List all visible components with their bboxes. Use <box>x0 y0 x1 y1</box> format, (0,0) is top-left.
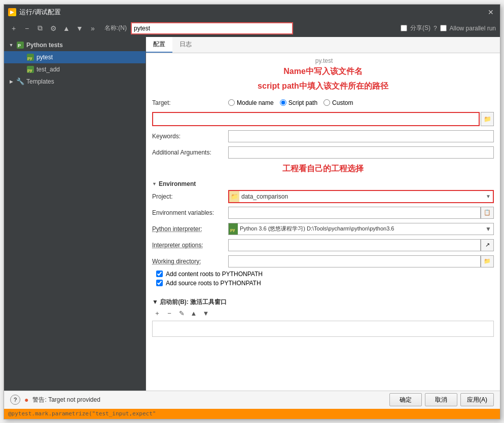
radio-custom[interactable]: Custom <box>323 99 353 106</box>
additional-args-row: Additional Arguments: <box>152 145 494 160</box>
keywords-input[interactable] <box>228 130 494 142</box>
project-folder-icon: 📁 <box>229 191 239 202</box>
share-help-icon[interactable]: ? <box>434 25 437 32</box>
radio-module-name[interactable]: Module name <box>228 99 274 106</box>
tab-log[interactable]: 日志 <box>172 37 199 53</box>
launch-edit-button[interactable]: ✎ <box>176 309 187 319</box>
working-dir-browse-button[interactable]: 📁 <box>481 255 494 267</box>
python-tests-icon: P <box>16 41 24 49</box>
project-label: Project: <box>152 193 228 200</box>
move-down-button[interactable]: ▼ <box>74 23 85 34</box>
expand-arrow-pytest <box>18 54 24 60</box>
expand-arrow-test-add <box>18 66 24 72</box>
right-panel: 配置 日志 py.test Name中写入该文件名 script path中填入… <box>146 37 500 391</box>
copy-config-button[interactable]: ⧉ <box>34 23 46 34</box>
warning-text: 警告: Target not provided <box>32 396 100 404</box>
add-source-roots-row: Add source roots to PYTHONPATH <box>156 280 494 287</box>
launch-textarea[interactable] <box>152 321 494 337</box>
share-checkbox[interactable] <box>401 25 407 31</box>
script-path-input[interactable] <box>152 112 480 126</box>
launch-down-button[interactable]: ▼ <box>201 309 211 319</box>
test-add-label: test_add <box>37 66 60 73</box>
sidebar-item-pytest[interactable]: py pytest <box>4 51 146 63</box>
confirm-button[interactable]: 确定 <box>389 393 422 406</box>
config-area: py.test Name中写入该文件名 script path中填入该文件所在的… <box>146 53 500 391</box>
working-dir-row: Working directory: 📁 <box>152 254 494 268</box>
sidebar: ▼ P Python tests <box>4 37 146 391</box>
toolbar: + − ⧉ ⚙ ▲ ▼ » 名称:(N) 分享(S) ? Allow paral… <box>4 20 500 37</box>
bottom-bar: ? ● 警告: Target not provided 确定 取消 应用(A) <box>4 391 500 409</box>
expand-arrow-python-tests: ▼ <box>8 42 14 48</box>
env-vars-label: Environment variables: <box>152 209 228 216</box>
sidebar-item-test-add[interactable]: py test_add <box>4 63 146 75</box>
working-dir-input[interactable] <box>228 255 481 267</box>
share-label: 分享(S) <box>410 24 430 32</box>
environment-label: Environment <box>159 180 196 187</box>
env-vars-browse-button[interactable]: 📋 <box>481 207 494 219</box>
svg-text:py: py <box>27 56 32 60</box>
additional-args-input[interactable] <box>228 146 494 159</box>
interpreter-dropdown[interactable]: py Python 3.6 (悠悠课程学习) D:\Tools\pycharm\… <box>228 223 494 235</box>
settings-button[interactable]: ⚙ <box>48 23 59 34</box>
add-source-roots-checkbox[interactable] <box>156 280 163 286</box>
close-button[interactable]: ✕ <box>486 7 496 17</box>
before-launch-header: ▼ 启动前(B): 激活工具窗口 <box>152 298 494 306</box>
radio-custom-input[interactable] <box>323 99 330 106</box>
cancel-button[interactable]: 取消 <box>425 393 457 406</box>
project-dropdown[interactable]: 📁 data_comparison ▼ <box>228 190 494 203</box>
parallel-checkbox[interactable] <box>440 25 447 31</box>
name-input[interactable] <box>131 22 293 34</box>
interpreter-value: Python 3.6 (悠悠课程学习) D:\Tools\pycharm\pyt… <box>238 225 396 233</box>
python-interp-label: Python interpreter: <box>152 225 228 233</box>
before-launch-section: ▼ 启动前(B): 激活工具窗口 + − ✎ ▲ ▼ <box>152 294 494 338</box>
python-tests-label: Python tests <box>26 42 63 49</box>
radio-script-input[interactable] <box>280 99 286 106</box>
browse-button[interactable]: 📁 <box>481 112 494 126</box>
annotation-line1: Name中写入该文件名 <box>283 66 363 77</box>
annotation-project: 工程看自己的工程选择 <box>282 164 364 173</box>
additional-args-label: Additional Arguments: <box>152 149 228 156</box>
working-dir-label: Working directory: <box>152 258 228 265</box>
footer-bar: @pytest.mark.parametrize("test_input,exp… <box>4 409 500 419</box>
tabs: 配置 日志 <box>146 37 500 53</box>
target-row: Target: Module name Script path Custo <box>152 96 494 110</box>
launch-up-button[interactable]: ▲ <box>189 309 199 319</box>
interp-options-expand-button[interactable]: ↗ <box>481 239 494 251</box>
help-button[interactable]: ? <box>10 395 20 405</box>
launch-toolbar: + − ✎ ▲ ▼ <box>152 309 494 319</box>
remove-config-button[interactable]: − <box>21 23 32 34</box>
add-config-button[interactable]: + <box>8 23 19 34</box>
share-area: 分享(S) ? Allow parallel run <box>401 24 496 32</box>
env-vars-input[interactable] <box>228 207 481 219</box>
annotation-block: py.test Name中写入该文件名 script path中填入该文件所在的… <box>152 57 494 94</box>
radio-script-path[interactable]: Script path <box>280 99 317 106</box>
bottom-buttons: 确定 取消 应用(A) <box>389 393 494 406</box>
test-add-icon: py <box>26 65 34 73</box>
move-up-button[interactable]: ▲ <box>61 23 72 34</box>
apply-button[interactable]: 应用(A) <box>460 393 494 406</box>
add-content-roots-checkbox[interactable] <box>156 271 163 277</box>
script-path-label: Script path <box>289 99 317 106</box>
add-content-roots-label: Add content roots to PYTHONPATH <box>166 271 263 278</box>
environment-section-header: ▼ Environment <box>152 180 494 187</box>
sidebar-item-templates[interactable]: ▶ 🔧 Templates <box>4 75 146 88</box>
expand-arrow-templates: ▶ <box>8 79 14 85</box>
python-icon: py <box>229 223 238 235</box>
sidebar-item-python-tests[interactable]: ▼ P Python tests <box>4 39 146 51</box>
interp-options-input[interactable] <box>228 239 481 251</box>
target-label: Target: <box>152 99 228 106</box>
keywords-row: Keywords: <box>152 129 494 143</box>
tab-config[interactable]: 配置 <box>146 37 172 53</box>
py-test-label: py.test <box>315 57 333 64</box>
interpreter-arrow-icon: ▼ <box>485 225 493 233</box>
pytest-icon: py <box>26 53 34 61</box>
launch-add-button[interactable]: + <box>152 309 162 319</box>
radio-module-input[interactable] <box>228 99 235 106</box>
launch-remove-button[interactable]: − <box>164 309 174 319</box>
add-content-roots-row: Add content roots to PYTHONPATH <box>156 271 494 278</box>
keywords-label: Keywords: <box>152 133 228 140</box>
title-bar: ▶ 运行/调试配置 ✕ <box>4 5 500 20</box>
main-content: ▼ P Python tests <box>4 37 500 391</box>
wrench-icon: 🔧 <box>16 78 24 86</box>
more-button[interactable]: » <box>87 23 98 34</box>
